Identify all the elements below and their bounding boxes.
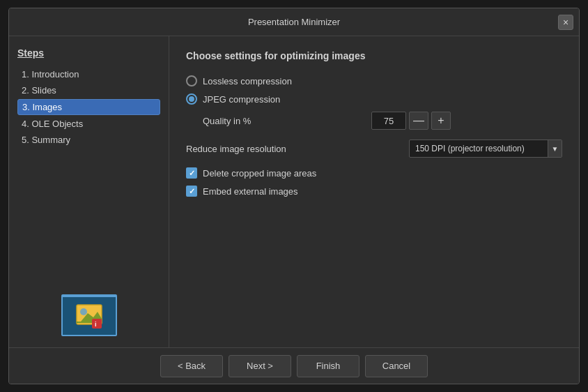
dpi-value: 150 DPI (projector resolution)	[415, 144, 545, 153]
embed-external-label: Embed external images	[203, 186, 298, 197]
reduce-resolution-row: Reduce image resolution 150 DPI (project…	[186, 140, 562, 158]
close-button[interactable]: ×	[558, 15, 573, 30]
finish-button[interactable]: Finish	[297, 355, 359, 377]
svg-text:i: i	[95, 321, 97, 328]
quality-row: Quality in % 75 — +	[203, 112, 562, 130]
quality-label: Quality in %	[203, 116, 251, 126]
sidebar-item-ole-objects[interactable]: 4. OLE Objects	[17, 116, 160, 131]
sidebar-item-introduction[interactable]: 1. Introduction	[17, 67, 160, 82]
footer: < Back Next > Finish Cancel	[9, 347, 579, 384]
next-button[interactable]: Next >	[229, 355, 291, 377]
sidebar: Steps 1. Introduction 2. Slides 3. Image…	[9, 36, 169, 347]
dialog-title: Presentation Minimizer	[248, 17, 340, 27]
sidebar-item-slides[interactable]: 2. Slides	[17, 83, 160, 98]
svg-rect-3	[92, 319, 102, 329]
back-button[interactable]: < Back	[160, 355, 223, 377]
embed-external-row: Embed external images	[186, 186, 562, 197]
cancel-button[interactable]: Cancel	[365, 355, 428, 377]
dpi-dropdown-arrow: ▼	[548, 140, 562, 157]
thumbnail-image: i	[61, 294, 117, 336]
jpeg-label: JPEG compression	[203, 94, 280, 105]
delete-cropped-row: Delete cropped image areas	[186, 167, 562, 179]
embed-external-checkbox[interactable]	[186, 186, 197, 197]
reduce-label: Reduce image resolution	[186, 144, 286, 154]
section-title: Choose settings for optimizing images	[186, 50, 562, 61]
lossless-radio[interactable]	[186, 75, 197, 86]
quality-controls: 75 — +	[371, 112, 451, 130]
main-content: Choose settings for optimizing images Lo…	[169, 36, 579, 347]
quality-increase-button[interactable]: +	[431, 112, 451, 130]
jpeg-option-row: JPEG compression	[186, 93, 562, 105]
sidebar-thumbnail: i	[17, 283, 160, 336]
quality-value[interactable]: 75	[371, 112, 406, 130]
quality-decrease-button[interactable]: —	[409, 112, 428, 130]
title-bar: Presentation Minimizer ×	[9, 8, 579, 36]
sidebar-heading: Steps	[17, 47, 160, 59]
svg-point-1	[80, 308, 87, 315]
dpi-select[interactable]: 150 DPI (projector resolution) ▼	[409, 140, 562, 158]
delete-cropped-label: Delete cropped image areas	[203, 168, 316, 179]
dialog-body: Steps 1. Introduction 2. Slides 3. Image…	[9, 36, 579, 347]
sidebar-item-summary[interactable]: 5. Summary	[17, 133, 160, 147]
presentation-minimizer-dialog: Presentation Minimizer × Steps 1. Introd…	[8, 8, 580, 384]
delete-cropped-checkbox[interactable]	[186, 167, 197, 179]
lossless-option-row: Lossless compression	[186, 75, 562, 86]
sidebar-item-images[interactable]: 3. Images	[17, 99, 160, 115]
lossless-label: Lossless compression	[203, 76, 292, 86]
jpeg-radio[interactable]	[186, 93, 197, 105]
